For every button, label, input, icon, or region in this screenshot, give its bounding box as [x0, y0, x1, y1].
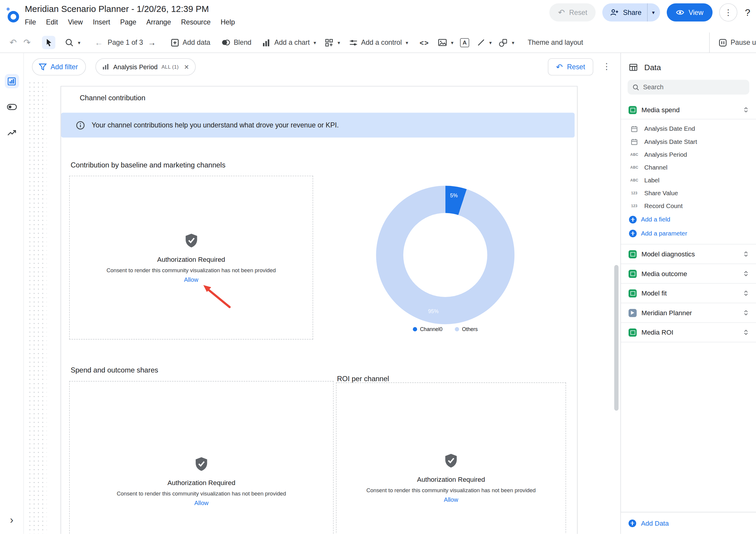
rail-report-tool-button[interactable]: [5, 74, 19, 88]
data-source-media-roi[interactable]: Media ROI: [621, 323, 756, 342]
allow-link[interactable]: Allow: [444, 497, 458, 503]
image-tool-button[interactable]: ▾: [438, 38, 453, 47]
add-parameter-button[interactable]: Add a parameter: [621, 226, 756, 240]
red-annotation-arrow: [199, 280, 237, 314]
blend-button[interactable]: Blend: [221, 38, 252, 47]
close-icon[interactable]: ✕: [184, 63, 189, 70]
app-body: › Add filter Analysis Peri: [0, 53, 756, 534]
shape-tool-button[interactable]: ▾: [499, 38, 514, 47]
filter-chip-label: Analysis Period: [113, 63, 158, 70]
field-share-value[interactable]: 123 Share Value: [621, 186, 756, 199]
collapse-icon[interactable]: [742, 106, 749, 114]
text-type-icon: ABC: [629, 152, 640, 156]
menu-help[interactable]: Help: [221, 18, 235, 26]
add-field-button[interactable]: Add a field: [621, 212, 756, 226]
zoom-tool-button[interactable]: ▾: [65, 38, 81, 47]
report-title[interactable]: Meridian Scenario Planner - 1/20/26, 12:…: [25, 4, 235, 14]
line-tool-button[interactable]: ▾: [477, 38, 492, 47]
data-search-box[interactable]: [628, 80, 749, 95]
legend-label-channel0: Channel0: [420, 326, 443, 332]
field-label: Analysis Date End: [644, 125, 695, 132]
field-channel[interactable]: ABC Channel: [621, 161, 756, 174]
unfold-icon[interactable]: [742, 270, 749, 278]
add-control-label: Add a control: [361, 39, 402, 46]
donut-chart[interactable]: [376, 186, 515, 324]
undo-button[interactable]: ↶: [10, 38, 17, 47]
menu-insert[interactable]: Insert: [93, 18, 110, 26]
rail-trending-button[interactable]: [5, 126, 19, 140]
kebab-icon: ⋮: [602, 62, 611, 71]
redo-button[interactable]: ↷: [24, 38, 31, 47]
share-dropdown-button[interactable]: ▾: [647, 3, 660, 21]
canvas-more-options-button[interactable]: ⋮: [602, 61, 611, 71]
menu-page[interactable]: Page: [120, 18, 136, 26]
theme-layout-button[interactable]: Theme and layout: [528, 39, 583, 46]
unfold-icon[interactable]: [742, 289, 749, 297]
shield-check-icon: [183, 232, 199, 248]
toolbar-divider: [709, 33, 710, 52]
data-source-meridian-planner[interactable]: Meridian Planner: [621, 303, 756, 323]
trending-up-icon: [7, 129, 16, 136]
field-label[interactable]: ABC Label: [621, 174, 756, 186]
embed-code-button[interactable]: <>: [420, 39, 429, 46]
menubar: File Edit View Insert Page Arrange Resou…: [25, 18, 235, 26]
header-more-options-button[interactable]: ⋮: [719, 3, 738, 21]
legend-dot-channel0: [413, 327, 417, 331]
data-source-media-outcome[interactable]: Media outcome: [621, 264, 756, 283]
field-analysis-date-start[interactable]: Analysis Date Start: [621, 135, 756, 148]
info-icon: [76, 121, 85, 129]
pause-updates-button[interactable]: Pause u: [718, 38, 756, 47]
allow-link[interactable]: Allow: [194, 500, 208, 507]
community-visualizations-button[interactable]: ▾: [325, 38, 340, 47]
menu-view[interactable]: View: [68, 18, 83, 26]
add-control-button[interactable]: Add a control ▾: [349, 38, 408, 47]
data-search-input[interactable]: [643, 84, 745, 91]
add-filter-button[interactable]: Add filter: [32, 58, 86, 75]
menu-resource[interactable]: Resource: [181, 18, 211, 26]
page-indicator[interactable]: Page 1 of 3: [108, 39, 143, 46]
legend-item-others[interactable]: Others: [455, 326, 478, 332]
text-tool-button[interactable]: A: [460, 38, 469, 47]
add-chart-button[interactable]: Add a chart ▾: [262, 38, 316, 47]
field-label: Share Value: [644, 189, 678, 197]
allow-link[interactable]: Allow: [184, 276, 199, 283]
share-button[interactable]: Share ▾: [603, 3, 660, 21]
next-page-button[interactable]: →: [148, 39, 156, 46]
forward-arrow-icon: →: [148, 38, 156, 47]
data-source-model-fit[interactable]: Model fit: [621, 283, 756, 303]
filter-chip-analysis-period[interactable]: Analysis Period ALL (1) ✕: [95, 58, 196, 75]
filter-bar: Add filter Analysis Period ALL (1) ✕ ↶ R…: [24, 53, 621, 81]
chevron-down-icon: ▾: [652, 9, 655, 15]
help-button[interactable]: ?: [745, 7, 750, 18]
field-record-count[interactable]: 123 Record Count: [621, 200, 756, 212]
field-analysis-period[interactable]: ABC Analysis Period: [621, 148, 756, 161]
view-button[interactable]: View: [666, 3, 713, 21]
code-icon: <>: [420, 39, 429, 46]
person-add-icon: [610, 9, 619, 16]
unfold-icon[interactable]: [742, 250, 749, 258]
pause-icon: [718, 38, 727, 47]
add-data-footer-button[interactable]: Add Data: [621, 512, 756, 534]
add-data-button[interactable]: Add data: [170, 38, 210, 47]
data-source-model-diagnostics[interactable]: Model diagnostics: [621, 244, 756, 264]
data-source-media-spend[interactable]: Media spend: [621, 101, 756, 119]
unfold-icon[interactable]: [742, 309, 749, 317]
share-button-main[interactable]: Share: [603, 3, 647, 21]
menu-file[interactable]: File: [25, 18, 36, 26]
canvas-reset-button[interactable]: ↶ Reset: [548, 58, 593, 75]
canvas-scrollbar[interactable]: [614, 265, 618, 411]
legend-item-channel0[interactable]: Channel0: [413, 326, 443, 332]
rail-controls-button[interactable]: [5, 100, 19, 114]
field-label: Label: [644, 177, 660, 184]
menu-arrange[interactable]: Arrange: [147, 18, 171, 26]
data-panel-title: Data: [644, 63, 661, 71]
menu-edit[interactable]: Edit: [46, 18, 58, 26]
unfold-icon[interactable]: [742, 329, 749, 336]
add-filter-label: Add filter: [51, 63, 78, 71]
previous-page-button[interactable]: ←: [94, 39, 103, 46]
kebab-icon: ⋮: [724, 8, 732, 17]
header-reset-button[interactable]: ↶ Reset: [550, 3, 596, 21]
field-analysis-date-end[interactable]: Analysis Date End: [621, 122, 756, 135]
select-tool-button[interactable]: [42, 36, 56, 49]
rail-expand-button[interactable]: ›: [0, 514, 23, 526]
